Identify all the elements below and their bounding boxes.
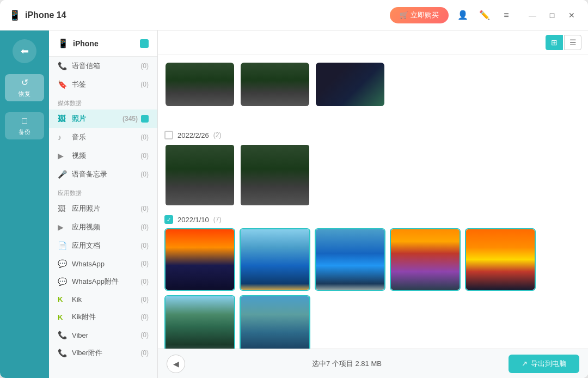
sidebar-item-music[interactable]: ♪ 音乐 (0) (49, 128, 157, 147)
nav-device-left: 📱 iPhone (58, 38, 99, 48)
photo-thumb[interactable] (240, 295, 310, 349)
photo-thumb[interactable] (240, 228, 310, 291)
sidebar-item-bookmarks[interactable]: 🔖 书签 (0) (49, 75, 157, 94)
date-checkbox-2[interactable]: ✓ (164, 215, 173, 224)
window-title: iPhone 14 (25, 10, 66, 20)
photo-thumb[interactable] (164, 144, 235, 206)
date-header-2: ✓ 2022/1/10 (7) (164, 213, 581, 228)
sidebar-item-photos[interactable]: 🖼 照片 (345) (49, 109, 157, 128)
title-bar-right: 🛒 立即购买 👤 ✏️ ≡ — □ ✕ (390, 7, 579, 23)
user-button[interactable]: 👤 (455, 8, 470, 23)
export-icon: ↗ (522, 359, 528, 368)
kik-attach-icon: K (58, 313, 68, 321)
app-section-label: 应用数据 (49, 184, 157, 199)
photo-grid-2 (164, 228, 581, 349)
device-badge (140, 39, 149, 48)
photo-thumb[interactable] (315, 62, 385, 124)
media-section-label: 媒体数据 (49, 94, 157, 109)
menu-button[interactable]: ≡ (499, 8, 514, 23)
whatsapp-attach-icon: 💬 (58, 277, 68, 286)
sidebar-item-viber-attachments[interactable]: 📞 Viber附件 (0) (49, 344, 157, 362)
view-toggle: ⊞ ☰ (546, 35, 581, 50)
close-button[interactable]: ✕ (564, 8, 579, 23)
backup-button[interactable]: □ 备份 (5, 112, 44, 139)
bookmark-icon: 🔖 (58, 80, 68, 89)
restore-icon: ↺ (21, 77, 28, 88)
app-photo-icon: 🖼 (58, 204, 68, 213)
viber-icon: 📞 (58, 331, 68, 339)
viber-attach-icon: 📞 (58, 349, 68, 357)
photo-thumb[interactable] (315, 228, 385, 291)
back-button[interactable]: ⬅ (13, 39, 36, 63)
photo-grid-1 (164, 144, 581, 206)
list-view-button[interactable]: ☰ (564, 35, 581, 50)
nav-device-header: 📱 iPhone (49, 31, 157, 57)
title-bar: 📱 iPhone 14 🛒 立即购买 👤 ✏️ ≡ — □ ✕ (0, 0, 588, 31)
app-window: 📱 iPhone 14 🛒 立即购买 👤 ✏️ ≡ — □ ✕ (0, 0, 588, 378)
sidebar-item-whatsapp-attachments[interactable]: 💬 WhatsApp附件 (0) (49, 272, 157, 291)
content-toolbar: ⊞ ☰ (158, 31, 588, 55)
back-icon: ⬅ (21, 45, 29, 57)
date-header-1 (164, 59, 581, 129)
sidebar-item-app-videos[interactable]: ▶ 应用视频 (0) (49, 218, 157, 236)
music-icon: ♪ (58, 133, 68, 142)
sidebar-item-viber[interactable]: 📞 Viber (0) (49, 326, 157, 344)
nav-panel: 📱 iPhone 📞 语音信箱 (0) 🔖 书签 (0) 媒体数据 🖼 照片 (49, 31, 158, 378)
bottom-back-icon: ◀ (173, 359, 179, 368)
partial-photos (164, 62, 385, 124)
date-checkbox-1[interactable] (164, 131, 173, 139)
photo-thumb[interactable] (164, 228, 235, 291)
minimize-button[interactable]: — (525, 8, 540, 23)
sidebar-item-kik[interactable]: K Kik (0) (49, 291, 157, 308)
user-icon: 👤 (457, 10, 468, 20)
selection-info: 选中7 个项目 2.81 MB (192, 359, 502, 369)
kik-icon: K (58, 295, 68, 303)
photo-thumb[interactable] (164, 295, 235, 349)
device-icon: 📱 (58, 38, 69, 48)
bottom-bar: ◀ 选中7 个项目 2.81 MB ↗ 导出到电脑 (158, 349, 588, 378)
whatsapp-icon: 💬 (58, 259, 68, 268)
photos-badge (141, 115, 149, 123)
photo-thumb[interactable] (240, 62, 310, 124)
photo-thumb[interactable] (465, 228, 536, 291)
sidebar-item-app-docs[interactable]: 📄 应用文档 (0) (49, 236, 157, 255)
sidebar-item-voicememo[interactable]: 🎤 语音备忘录 (0) (49, 165, 157, 184)
buy-button[interactable]: 🛒 立即购买 (390, 7, 449, 23)
sidebar-item-videos[interactable]: ▶ 视频 (0) (49, 147, 157, 165)
date-subheader-1: 2022/2/26 (2) (164, 129, 581, 144)
mic-icon: 🎤 (58, 170, 68, 179)
backup-icon: □ (22, 116, 27, 126)
edit-button[interactable]: ✏️ (477, 8, 492, 23)
photo-thumb[interactable] (240, 144, 310, 206)
title-bar-left: 📱 iPhone 14 (9, 9, 199, 21)
sidebar-item-whatsapp[interactable]: 💬 WhatsApp (0) (49, 255, 157, 272)
window-controls: — □ ✕ (525, 8, 579, 23)
maximize-button[interactable]: □ (544, 8, 560, 23)
main-content: ⬅ ↺ 恢复 □ 备份 📱 iPhone 📞 (0, 31, 588, 378)
bottom-back-button[interactable]: ◀ (167, 355, 185, 373)
restore-button[interactable]: ↺ 恢复 (5, 74, 44, 101)
export-button[interactable]: ↗ 导出到电脑 (509, 355, 579, 373)
edit-icon: ✏️ (479, 10, 490, 20)
phone-title-icon: 📱 (9, 9, 21, 21)
menu-icon: ≡ (504, 10, 509, 20)
video-icon: ▶ (58, 151, 68, 160)
app-video-icon: ▶ (58, 223, 68, 231)
sidebar-item-app-photos[interactable]: 🖼 应用照片 (0) (49, 199, 157, 218)
photos-icon: 🖼 (58, 114, 68, 123)
sidebar-item-voicemail[interactable]: 📞 语音信箱 (0) (49, 57, 157, 75)
grid-view-button[interactable]: ⊞ (546, 35, 563, 50)
app-doc-icon: 📄 (58, 241, 68, 250)
photo-scroll[interactable]: 2022/2/26 (2) ✓ (158, 55, 588, 349)
photo-thumb[interactable] (390, 228, 461, 291)
date-group-1: 2022/2/26 (2) (164, 59, 581, 206)
sidebar-item-kik-attachments[interactable]: K Kik附件 (0) (49, 308, 157, 326)
date-group-2: ✓ 2022/1/10 (7) (164, 213, 581, 349)
cart-icon: 🛒 (400, 11, 408, 19)
content-area: ⊞ ☰ (158, 31, 588, 378)
left-sidebar: ⬅ ↺ 恢复 □ 备份 (0, 31, 49, 378)
photo-thumb[interactable] (164, 62, 235, 124)
voicemail-icon: 📞 (58, 62, 68, 70)
device-name: iPhone (73, 39, 99, 48)
